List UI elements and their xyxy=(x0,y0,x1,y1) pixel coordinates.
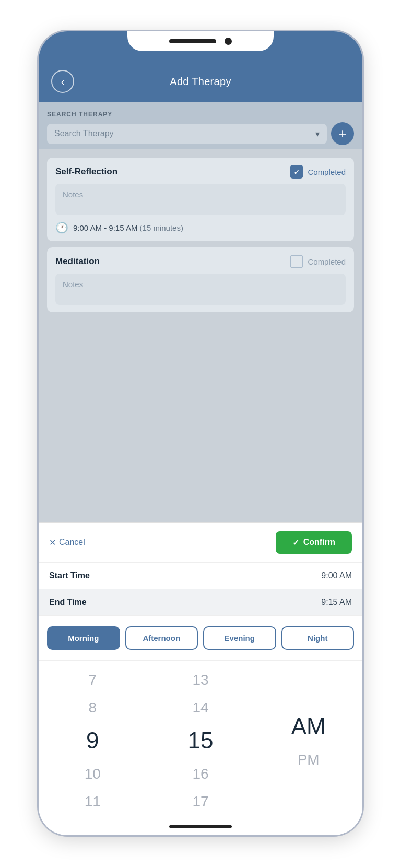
search-input-wrap[interactable]: Search Therapy ▾ xyxy=(47,124,327,144)
search-input-text: Search Therapy xyxy=(54,129,311,138)
start-time-label: Start Time xyxy=(49,571,90,580)
page-title: Add Therapy xyxy=(170,76,231,88)
hours-column[interactable]: 7 8 9 10 11 xyxy=(39,666,147,816)
end-time-value: 9:15 AM xyxy=(321,598,352,607)
minutes-column[interactable]: 13 14 15 16 17 xyxy=(147,666,255,816)
time-row: 🕐 9:00 AM - 9:15 AM (15 minutes) xyxy=(55,221,346,234)
hour-7: 7 xyxy=(39,666,147,694)
chevron-down-icon: ▾ xyxy=(315,129,320,139)
completed-row: ✓ Completed xyxy=(290,165,346,179)
meridiem-pm: PM xyxy=(254,746,362,774)
time-picker: 7 8 9 10 11 13 14 15 16 17 xyxy=(39,661,362,821)
confirm-button[interactable]: ✓ Confirm xyxy=(276,531,352,554)
cancel-confirm-row: ✕ Cancel ✓ Confirm xyxy=(39,523,362,563)
confirm-label: Confirm xyxy=(303,538,335,547)
cancel-label: Cancel xyxy=(59,538,85,547)
period-afternoon-button[interactable]: Afternoon xyxy=(125,626,198,650)
time-picker-row: 7 8 9 10 11 13 14 15 16 17 xyxy=(39,666,362,816)
minute-17: 17 xyxy=(147,788,255,816)
header: ‹ Add Therapy xyxy=(39,63,362,102)
back-button[interactable]: ‹ xyxy=(51,70,74,93)
search-label: SEARCH THERAPY xyxy=(47,111,354,118)
confirm-check-icon: ✓ xyxy=(292,538,299,548)
start-time-row[interactable]: Start Time 9:00 AM xyxy=(47,563,354,589)
hour-10: 10 xyxy=(39,760,147,788)
minute-14: 14 xyxy=(147,694,255,722)
time-duration: (15 minutes) xyxy=(140,223,183,232)
start-time-value: 9:00 AM xyxy=(321,571,352,580)
notch-dot xyxy=(225,38,232,45)
therapy-card-self-reflection: Self-Reflection ✓ Completed Notes 🕐 9:00… xyxy=(47,158,354,241)
content-overlay: Self-Reflection ✓ Completed Notes 🕐 9:00… xyxy=(39,149,362,522)
therapy-card-meditation: Meditation Completed Notes xyxy=(47,247,354,312)
phone-top-bar xyxy=(39,31,362,63)
therapy-name: Self-Reflection xyxy=(55,167,117,177)
therapy-card-header-meditation: Meditation Completed xyxy=(55,255,346,268)
bottom-modal: ✕ Cancel ✓ Confirm Start Time 9:00 AM En… xyxy=(39,522,362,835)
completed-label-meditation: Completed xyxy=(308,257,346,266)
search-row: Search Therapy ▾ + xyxy=(47,122,354,145)
therapy-name-meditation: Meditation xyxy=(55,256,100,267)
notes-placeholder: Notes xyxy=(63,190,83,199)
clock-icon: 🕐 xyxy=(55,221,68,234)
cancel-button[interactable]: ✕ Cancel xyxy=(49,538,85,548)
notes-box-meditation[interactable]: Notes xyxy=(55,274,346,305)
minute-15-selected: 15 xyxy=(147,722,255,760)
hour-11: 11 xyxy=(39,788,147,816)
time-fields: Start Time 9:00 AM End Time 9:15 AM xyxy=(39,563,362,616)
period-night-button[interactable]: Night xyxy=(281,626,355,650)
notch xyxy=(127,31,274,51)
phone-wrapper: ‹ Add Therapy SEARCH THERAPY Search Ther… xyxy=(0,0,401,868)
minute-13: 13 xyxy=(147,666,255,694)
completed-label: Completed xyxy=(308,168,346,176)
hour-8: 8 xyxy=(39,694,147,722)
end-time-label: End Time xyxy=(49,598,87,607)
therapy-card-header: Self-Reflection ✓ Completed xyxy=(55,165,346,179)
phone-frame: ‹ Add Therapy SEARCH THERAPY Search Ther… xyxy=(39,31,362,835)
search-section: SEARCH THERAPY Search Therapy ▾ + xyxy=(39,102,362,149)
minute-16: 16 xyxy=(147,760,255,788)
notch-pill xyxy=(169,39,216,43)
cancel-x-icon: ✕ xyxy=(49,538,56,548)
add-therapy-button[interactable]: + xyxy=(331,122,354,145)
period-morning-button[interactable]: Morning xyxy=(47,626,120,650)
time-range: 9:00 AM - 9:15 AM xyxy=(73,223,140,232)
bottom-bar xyxy=(39,821,362,835)
hour-9-selected: 9 xyxy=(39,722,147,760)
period-selector: Morning Afternoon Evening Night xyxy=(39,616,362,661)
completed-row-meditation: Completed xyxy=(290,255,346,268)
completed-checkbox-unchecked[interactable] xyxy=(290,255,303,268)
period-evening-button[interactable]: Evening xyxy=(203,626,276,650)
home-indicator xyxy=(169,825,232,828)
end-time-row[interactable]: End Time 9:15 AM xyxy=(39,589,362,616)
notes-placeholder-meditation: Notes xyxy=(63,280,83,289)
completed-checkbox-checked[interactable]: ✓ xyxy=(290,165,303,179)
time-text: 9:00 AM - 9:15 AM (15 minutes) xyxy=(73,223,183,232)
meridiem-am-selected: AM xyxy=(254,708,362,746)
meridiem-column[interactable]: AM PM xyxy=(254,708,362,774)
notes-box-self-reflection[interactable]: Notes xyxy=(55,184,346,215)
